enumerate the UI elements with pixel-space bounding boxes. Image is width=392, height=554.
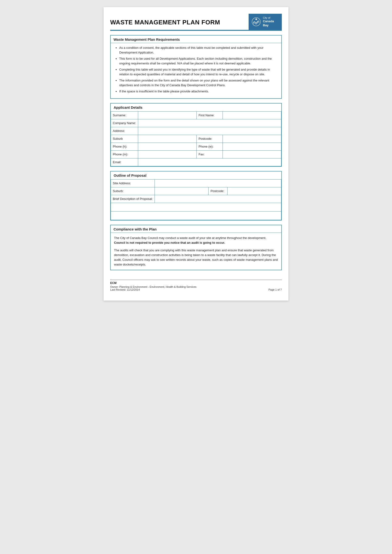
suburb-label: Suburb [111,135,138,143]
company-cell [138,119,281,127]
requirements-list: As a condition of consent, the applicabl… [114,45,278,94]
footer-ecm: ECM [110,281,282,285]
address-cell [138,127,281,135]
phone-w-label: Phone (w): [196,143,223,150]
postcode-label: Postcode: [196,135,223,143]
phone-w-cell [223,143,281,150]
address-label: Address: [111,127,138,135]
company-input[interactable] [140,121,279,126]
requirements-section: Waste Management Plan Requirements As a … [110,35,282,99]
fax-cell [223,150,281,158]
fax-input[interactable] [225,152,279,157]
suburb-input[interactable] [157,188,206,194]
page-footer: ECM Owner: Planning & Environment - Envi… [110,280,282,291]
proposal-section: Outline of Proposal Site Address: Suburb… [110,171,282,221]
phone-h-label: Phone (h): [111,143,138,150]
email-input[interactable] [140,160,279,165]
table-row [111,203,281,211]
phone-m-cell [138,150,196,158]
compliance-para1: The City of Canada Bay Council may condu… [114,236,278,245]
requirements-body: As a condition of consent, the applicabl… [111,43,281,98]
postcode-cell [228,187,281,195]
description-input[interactable] [157,196,279,201]
table-row: Suburb: Postcode: [111,187,281,195]
table-row: Brief Description of Proposal: [111,195,281,203]
page-header: WASTE MANAGEMENT PLAN FORM City of Canad… [110,14,282,31]
table-row: Email: [111,158,281,166]
applicant-table: Applicant Details Surname: First Name: C… [111,104,281,166]
site-address-label: Site Address: [111,179,155,187]
email-cell [138,158,281,166]
suburb-input[interactable] [140,136,195,141]
postcode-label: Postcode: [209,187,228,195]
phone-m-label: Phone (m): [111,150,138,158]
first-name-cell [223,111,281,119]
page-title: WASTE MANAGEMENT PLAN FORM [110,19,220,26]
proposal-table: Outline of Proposal Site Address: Suburb… [111,172,281,220]
phone-m-input[interactable] [140,152,195,157]
phone-w-input[interactable] [225,144,279,149]
table-row: Suburb Postcode: [111,135,281,143]
applicant-heading: Applicant Details [111,104,281,111]
footer-row: Owner: Planning & Environment - Environm… [110,285,282,291]
suburb-label: Suburb: [111,187,155,195]
email-label: Email: [111,158,138,166]
section-heading-row: Applicant Details [111,104,281,111]
table-row: Phone (m): Fax: [111,150,281,158]
postcode-input[interactable] [229,188,279,194]
compliance-body: The City of Canada Bay Council may condu… [111,233,281,270]
footer-left: Owner: Planning & Environment - Environm… [110,285,196,291]
logo-icon [252,17,261,27]
council-logo: City of Canada Bay [249,14,282,30]
title-block: WASTE MANAGEMENT PLAN FORM [110,14,249,30]
footer-revised: Last Revised: 11/12/2014 [110,288,196,291]
table-row: Site Address: [111,179,281,187]
postcode-cell [223,135,281,143]
list-item: If the space is insufficient in the tabl… [119,89,278,94]
list-item: As a condition of consent, the applicabl… [119,45,278,55]
company-label: Company Name: [111,119,138,127]
description-cell [155,195,281,203]
footer-page: Page 1 of 7 [268,288,282,291]
page: WASTE MANAGEMENT PLAN FORM City of Canad… [104,7,288,301]
suburb-cell [155,187,209,195]
table-row [111,211,281,220]
site-address-input[interactable] [157,181,279,186]
phone-h-input[interactable] [140,144,195,149]
table-row: Phone (h): Phone (w): [111,143,281,150]
applicant-section: Applicant Details Surname: First Name: C… [110,103,282,167]
surname-cell [138,111,196,119]
list-item: Completing this table will assist you in… [119,67,278,76]
table-row: Company Name: [111,119,281,127]
list-item: This form is to be used for all Developm… [119,56,278,66]
description-label: Brief Description of Proposal: [111,195,155,203]
suburb-cell [138,135,196,143]
table-row: Address: [111,127,281,135]
first-name-label: First Name: [196,111,223,119]
compliance-section: Compliance with the Plan The City of Can… [110,225,282,270]
first-name-input[interactable] [225,113,279,118]
section-heading-row: Outline of Proposal [111,172,281,180]
footer-owner: Owner: Planning & Environment - Environm… [110,285,196,288]
site-address-cell [155,179,281,187]
extra-cell-2 [111,211,281,220]
compliance-title: Compliance with the Plan [111,225,281,233]
extra-cell-1 [111,203,281,211]
address-input[interactable] [140,128,279,134]
phone-h-cell [138,143,196,150]
postcode-input[interactable] [225,136,279,141]
surname-label: Surname: [111,111,138,119]
list-item: The information provided on the form and… [119,78,278,87]
proposal-heading: Outline of Proposal [111,172,281,180]
compliance-para2: The audits will check that you are compl… [114,248,278,267]
requirements-title: Waste Management Plan Requirements [111,35,281,43]
logo-text: City of Canada Bay [263,16,279,28]
table-row: Surname: First Name: [111,111,281,119]
surname-input[interactable] [140,113,195,118]
fax-label: Fax: [196,150,223,158]
